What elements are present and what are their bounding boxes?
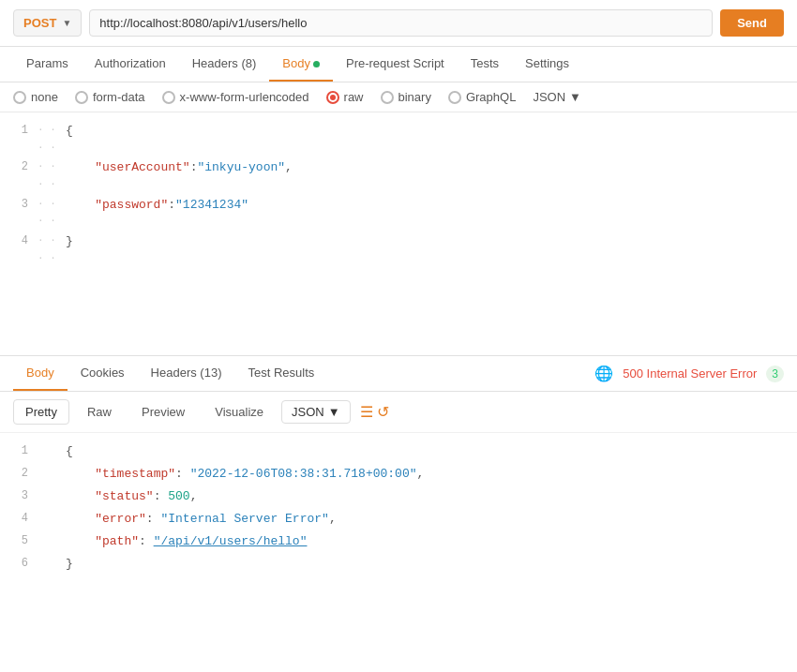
response-format-label: JSON [292,405,324,419]
radio-circle-urlencoded [162,91,175,104]
tab-prerequest[interactable]: Pre-request Script [333,47,458,82]
req-content-1: { [66,121,797,142]
resp-content-5: "path": "/api/v1/users/hello" [66,531,797,552]
req-content-2: "userAccount":"inkyu-yoon", [66,157,797,178]
status-text: 500 Internal Server Error [623,366,757,381]
resp-content-1: { [66,441,797,462]
resp-linenum-5: 5 [0,531,38,550]
req-line-1: 1 · · · · { [0,120,797,157]
radio-label-graphql: GraphQL [466,90,516,104]
status-badge: 3 [766,366,784,382]
resp-linenum-6: 6 [0,554,38,573]
radio-circle-none [13,91,26,104]
radio-form-data[interactable]: form-data [75,90,145,104]
radio-binary[interactable]: binary [381,90,431,104]
resp-linenum-2: 2 [0,464,38,483]
resp-line-3: 3 "status": 500, [0,485,797,508]
tab-headers[interactable]: Headers (8) [179,47,270,82]
response-tabs: Body Cookies Headers (13) Test Results 🌐… [0,356,797,392]
radio-circle-raw [326,91,339,104]
req-content-3: "password":"12341234" [66,195,797,216]
resp-content-6: } [66,554,797,575]
response-tab-test-results[interactable]: Test Results [234,356,327,391]
resp-content-2: "timestamp": "2022-12-06T08:38:31.718+00… [66,464,797,485]
radio-label-none: none [31,90,58,104]
globe-icon: 🌐 [594,365,613,382]
req-content-4: } [66,231,797,252]
send-button[interactable]: Send [720,9,784,37]
filter-icon[interactable]: ☰ ↺ [360,403,389,421]
resp-line-5: 5 "path": "/api/v1/users/hello" [0,530,797,553]
format-dropdown[interactable]: JSON ▼ [533,90,581,104]
path-link[interactable]: "/api/v1/users/hello" [154,534,308,548]
resp-line-1: 1 { [0,441,797,463]
radio-none[interactable]: none [13,90,58,104]
radio-label-binary: binary [398,90,431,104]
request-tabs: Params Authorization Headers (8) Body Pr… [0,47,797,82]
body-type-row: none form-data x-www-form-urlencoded raw… [0,82,797,112]
response-tab-headers[interactable]: Headers (13) [138,356,235,391]
resp-content-4: "error": "Internal Server Error", [66,509,797,530]
radio-raw[interactable]: raw [326,90,364,104]
response-tab-cookies[interactable]: Cookies [68,356,138,391]
req-linenum-3: 3 [0,195,38,214]
radio-circle-form-data [75,91,88,104]
radio-graphql[interactable]: GraphQL [448,90,516,104]
tab-body[interactable]: Body [269,47,333,82]
req-line-3: 3 · · · · "password":"12341234" [0,194,797,231]
req-line-2: 2 · · · · "userAccount":"inkyu-yoon", [0,157,797,193]
response-format-row: Pretty Raw Preview Visualize JSON ▼ ☰ ↺ [0,392,797,433]
resp-line-4: 4 "error": "Internal Server Error", [0,508,797,530]
fmt-raw[interactable]: Raw [75,399,124,425]
tab-tests[interactable]: Tests [458,47,512,82]
url-bar: POST ▼ Send [0,0,797,47]
response-format-chevron: ▼ [328,405,340,419]
url-input[interactable] [89,9,713,37]
fmt-pretty[interactable]: Pretty [13,399,69,425]
resp-line-2: 2 "timestamp": "2022-12-06T08:38:31.718+… [0,463,797,485]
body-dot [313,61,320,67]
http-method: POST [23,16,56,30]
req-linenum-2: 2 [0,157,38,176]
format-chevron: ▼ [569,90,581,104]
radio-label-raw: raw [344,90,364,104]
fmt-preview[interactable]: Preview [129,399,197,425]
radio-circle-binary [381,91,394,104]
response-format-dropdown[interactable]: JSON ▼ [281,400,351,424]
response-section: Body Cookies Headers (13) Test Results 🌐… [0,356,797,584]
fmt-visualize[interactable]: Visualize [203,399,276,425]
resp-content-3: "status": 500, [66,486,797,507]
tab-params[interactable]: Params [13,47,82,82]
req-dots-4: · · · · [38,231,66,266]
method-chevron: ▼ [62,18,71,28]
request-body-editor[interactable]: 1 · · · · { 2 · · · · "userAccount":"ink… [0,112,797,356]
method-selector[interactable]: POST ▼ [13,9,82,37]
response-body-editor: 1 { 2 "timestamp": "2022-12-06T08:38:31.… [0,433,797,584]
tab-settings[interactable]: Settings [512,47,582,82]
resp-linenum-1: 1 [0,441,38,460]
radio-label-form-data: form-data [93,90,145,104]
resp-linenum-3: 3 [0,486,38,505]
req-dots-2: · · · · [38,157,66,192]
resp-line-6: 6 } [0,553,797,575]
response-tab-body[interactable]: Body [13,356,68,391]
radio-circle-graphql [448,91,461,104]
tab-authorization[interactable]: Authorization [82,47,179,82]
resp-linenum-4: 4 [0,509,38,528]
req-dots-3: · · · · [38,195,66,230]
req-dots-1: · · · · [38,121,66,156]
radio-urlencoded[interactable]: x-www-form-urlencoded [162,90,309,104]
req-line-4: 4 · · · · } [0,231,797,267]
radio-label-urlencoded: x-www-form-urlencoded [180,90,309,104]
req-linenum-1: 1 [0,121,38,140]
req-linenum-4: 4 [0,231,38,250]
format-label: JSON [533,90,565,104]
response-status-area: 🌐 500 Internal Server Error 3 [594,365,784,382]
